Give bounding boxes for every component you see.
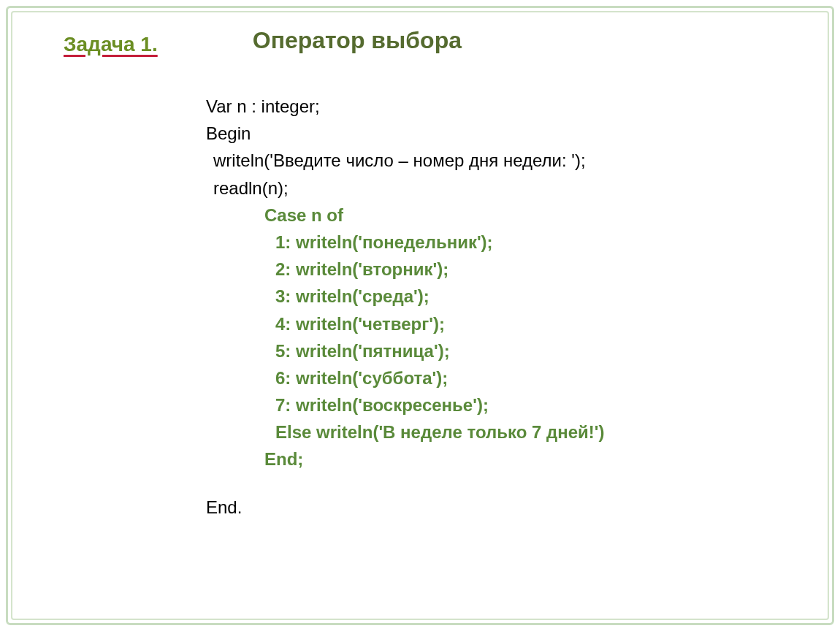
code-end-case: End; <box>264 445 806 473</box>
task-label: Задача 1. <box>64 33 158 56</box>
slide-outer-frame: Задача 1. Оператор выбора Var n : intege… <box>6 6 834 625</box>
slide-title: Оператор выбора <box>253 27 462 54</box>
code-end-prog: End. <box>206 494 806 521</box>
code-case-5: 5: writeln('пятница'); <box>275 337 806 364</box>
code-case-6: 6: writeln('суббота'); <box>275 364 806 391</box>
code-case-7: 7: writeln('воскресенье'); <box>275 391 806 418</box>
code-begin: Begin <box>206 120 806 147</box>
code-case-2: 2: writeln('вторник'); <box>275 256 806 283</box>
code-writeln-prompt: writeln('Введите число – номер дня недел… <box>213 147 806 174</box>
code-readln: readln(n); <box>213 175 806 202</box>
slide-inner-frame: Задача 1. Оператор выбора Var n : intege… <box>11 11 829 620</box>
code-block: Var n : integer; Begin writeln('Введите … <box>206 93 806 521</box>
slide-header: Задача 1. Оператор выбора <box>34 27 806 56</box>
code-case-1: 1: writeln('понедельник'); <box>275 229 806 256</box>
code-case-3: 3: writeln('среда'); <box>275 283 806 310</box>
code-case-4: 4: writeln('четверг'); <box>275 310 806 337</box>
code-case-start: Case n of <box>264 202 806 229</box>
code-var-decl: Var n : integer; <box>206 93 806 120</box>
code-else: Else writeln('В неделе только 7 дней!') <box>275 418 806 445</box>
